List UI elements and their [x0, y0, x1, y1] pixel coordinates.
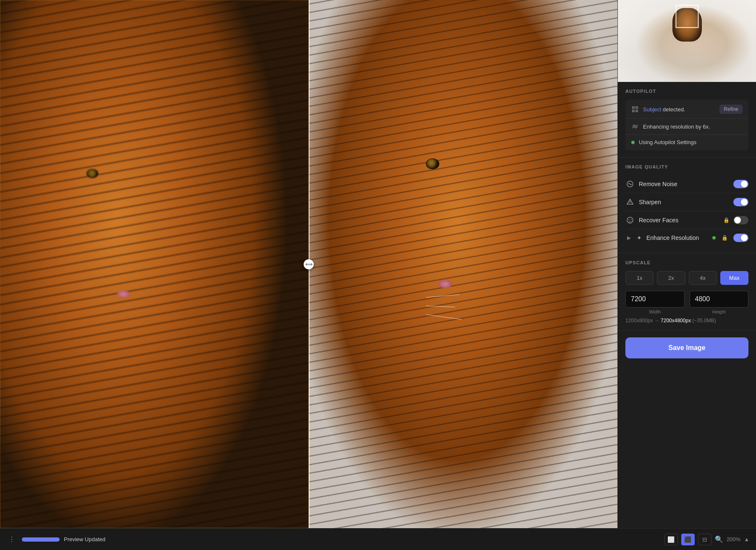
toolbar-right: ⬜ ⬛ ⊟ 🔍 200% ▲ [664, 534, 749, 545]
svg-rect-3 [636, 110, 638, 112]
menu-icon[interactable]: ⋮ [7, 534, 17, 545]
save-image-button[interactable]: Save Image [625, 337, 748, 358]
progress-bar [22, 537, 60, 542]
sparkle-icon: ✦ [635, 234, 643, 242]
enhance-resolution-dot [712, 236, 716, 239]
upscale-buttons: 1x 2x 4x Max [625, 271, 748, 285]
subject-detected-text: Subject detected. [643, 106, 715, 113]
save-section: Save Image [618, 331, 756, 365]
autopilot-section: AUTOPILOT Subject [618, 82, 756, 158]
preview-area [0, 0, 617, 528]
resolution-arrow: → [654, 318, 659, 324]
bottom-toolbar: ⋮ Preview Updated ⬜ ⬛ ⊟ 🔍 200% ▲ [0, 528, 756, 550]
resolution-text: Enhancing resolution by 6x. [643, 124, 743, 130]
tiger-left-overlay [0, 0, 309, 528]
autopilot-card: Subject detected. Refine En [625, 100, 748, 150]
width-input[interactable]: 7200 [625, 291, 685, 308]
thumbnail-background [618, 0, 756, 82]
upscale-1x-button[interactable]: 1x [625, 271, 654, 285]
view-split-button[interactable]: ⬛ [681, 534, 695, 545]
resolution-to: 7200x4800px [661, 318, 691, 324]
autopilot-divider [625, 118, 748, 118]
svg-point-9 [631, 219, 632, 220]
zoom-icon: 🔍 [715, 535, 723, 543]
sharpen-toggle[interactable] [733, 198, 748, 206]
autopilot-resolution-row: Enhancing resolution by 6x. [631, 123, 743, 130]
height-field: 4800 Height [690, 291, 749, 314]
subject-label: Subject [643, 106, 661, 113]
remove-noise-row: Remove Noise [625, 175, 748, 193]
nose-right [438, 280, 452, 288]
zoom-level: 200% [727, 536, 740, 542]
remove-noise-label: Remove Noise [639, 181, 729, 187]
chevron-right-icon[interactable]: ▶ [625, 234, 632, 241]
panel-content: AUTOPILOT Subject [618, 82, 756, 528]
view-side-button[interactable]: ⊟ [698, 534, 711, 545]
remove-noise-toggle[interactable] [733, 180, 748, 188]
enhance-resolution-toggle[interactable] [733, 234, 748, 242]
svg-rect-1 [636, 107, 638, 108]
sharpen-row: Sharpen [625, 193, 748, 211]
thumbnail-selection-box[interactable] [675, 5, 698, 28]
recover-faces-label: Recover Faces [639, 217, 719, 224]
image-before [0, 0, 309, 528]
whisker-2 [426, 306, 455, 307]
width-field: 7200 Width [625, 291, 685, 314]
recover-faces-lock-icon: 🔒 [723, 217, 729, 223]
resolution-size: (~35.0MB) [693, 318, 716, 324]
zoom-chevron-icon[interactable]: ▲ [744, 536, 749, 542]
width-label: Width [625, 309, 685, 314]
nose-left [117, 290, 130, 298]
upscale-section: UPSCALE 1x 2x 4x Max 7200 Width 4800 [618, 253, 756, 331]
autopilot-divider-2 [625, 134, 748, 135]
image-after [309, 0, 617, 528]
sharpen-icon [625, 197, 635, 207]
upscale-2x-button[interactable]: 2x [657, 271, 685, 285]
height-input[interactable]: 4800 [690, 291, 749, 308]
eye-right [426, 158, 439, 169]
dimensions-row: 7200 Width 4800 Height [625, 291, 748, 314]
svg-rect-2 [633, 110, 634, 112]
autopilot-subject-row: Subject detected. Refine [631, 105, 743, 114]
main-layout: AUTOPILOT Subject [0, 0, 756, 528]
upscale-max-button[interactable]: Max [720, 271, 748, 285]
enhance-resolution-lock-icon: 🔒 [722, 235, 727, 241]
faces-icon [625, 216, 635, 225]
control-panel: AUTOPILOT Subject [617, 0, 756, 528]
recover-faces-toggle[interactable] [733, 216, 748, 224]
svg-rect-0 [633, 107, 634, 108]
svg-point-8 [629, 219, 630, 220]
image-quality-title: IMAGE QUALITY [625, 164, 748, 169]
split-handle[interactable] [304, 259, 314, 269]
recover-faces-row: Recover Faces 🔒 [625, 211, 748, 229]
split-image [0, 0, 617, 528]
green-dot [631, 141, 635, 144]
resolution-info: 1200x800px → 7200x4800px (~35.0MB) [625, 318, 748, 324]
whisker-1 [426, 294, 459, 297]
whisker-3 [426, 314, 462, 320]
detected-label: detected. [661, 106, 685, 113]
autopilot-settings-row: Using Autopilot Settings [631, 139, 743, 145]
upscale-title: UPSCALE [625, 260, 748, 265]
resolution-icon [631, 123, 639, 130]
autopilot-title: AUTOPILOT [625, 89, 748, 94]
preview-label: Preview Updated [64, 536, 105, 542]
resolution-from: 1200x800px [625, 318, 653, 324]
sharpen-label: Sharpen [639, 199, 729, 205]
image-container [0, 0, 617, 528]
subject-icon [631, 105, 639, 113]
upscale-4x-button[interactable]: 4x [689, 271, 717, 285]
thumbnail-section [618, 0, 756, 82]
noise-icon [625, 179, 635, 189]
autopilot-settings-text: Using Autopilot Settings [639, 139, 743, 145]
zoom-control: 🔍 200% ▲ [715, 535, 749, 543]
eye-left [87, 169, 98, 178]
image-quality-section: IMAGE QUALITY Remove Noise [618, 158, 756, 253]
svg-point-7 [627, 217, 633, 223]
preview-status: Preview Updated [22, 536, 659, 542]
refine-button[interactable]: Refine [719, 105, 743, 114]
enhance-resolution-label: Enhance Resolution [646, 234, 709, 241]
view-single-button[interactable]: ⬜ [664, 534, 678, 545]
height-label: Height [690, 309, 749, 314]
enhance-resolution-row: ▶ ✦ Enhance Resolution 🔒 [625, 229, 748, 246]
